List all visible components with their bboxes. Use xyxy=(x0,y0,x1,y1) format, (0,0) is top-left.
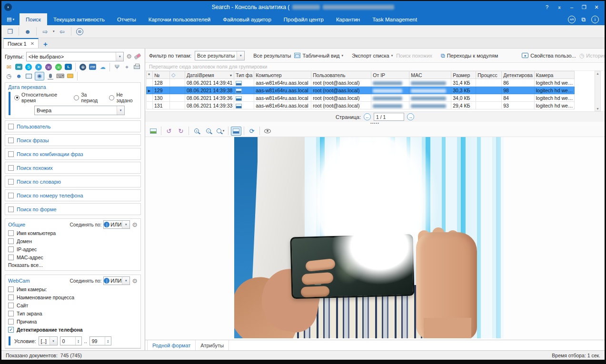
chevron-down-icon[interactable]: ▾ xyxy=(122,277,129,285)
chevron-down-icon[interactable]: ▾ xyxy=(122,221,129,228)
col-detected[interactable]: Детектирова xyxy=(502,71,535,79)
chevron-down-icon[interactable]: ▾ xyxy=(117,106,124,115)
im-icon[interactable]: IM xyxy=(15,63,23,70)
table-row[interactable]: 130 08.06.2021 14:39:36 aas-w81x64ru.aas… xyxy=(147,94,575,102)
table-row[interactable]: 131 08.06.2021 14:39:33 aas-w81x64ru.aas… xyxy=(147,102,575,109)
http-icon[interactable]: ⊕ xyxy=(79,63,87,70)
chevron-down-icon[interactable]: ▾ xyxy=(116,52,123,61)
webcam-join-select[interactable]: ❘ ИЛИ ▾ xyxy=(103,276,130,285)
splitter-grip[interactable]: ••••• xyxy=(145,122,605,125)
table-row[interactable]: 128 08.06.2021 14:39:41 aas-w81x64ru.aas… xyxy=(147,79,575,87)
next-page-icon[interactable]: → xyxy=(407,113,414,120)
checkbox[interactable] xyxy=(8,138,14,143)
common-item-ip[interactable]: IP-адрес xyxy=(8,245,138,253)
import-query-icon[interactable]: ⇦ xyxy=(57,27,68,36)
tab-reports[interactable]: Отчеты xyxy=(111,13,142,25)
collapse-ribbon-button[interactable]: ⌅ xyxy=(554,3,565,11)
close-tab-icon[interactable]: ✕ xyxy=(30,41,34,46)
col-filetype[interactable]: Тип фа xyxy=(234,71,254,79)
info-icon[interactable]: i xyxy=(591,16,599,23)
new-window-icon[interactable]: ❐ xyxy=(4,27,16,36)
type-filter-select[interactable]: Все результаты ▾ xyxy=(195,51,245,60)
filter-phone-number[interactable]: Поиск по номеру телефона xyxy=(5,189,141,201)
spinner-arrows-icon[interactable]: ▴▾ xyxy=(105,337,111,345)
col-mac[interactable]: MAC xyxy=(409,71,451,79)
user-activity-icon[interactable]: ☻ xyxy=(15,72,23,79)
scroll-up-icon[interactable]: ▲ xyxy=(596,72,599,75)
microphone-icon[interactable] xyxy=(46,72,54,79)
radio-period[interactable] xyxy=(74,95,79,100)
user-search-icon[interactable]: ☻ xyxy=(22,27,33,36)
checkbox[interactable] xyxy=(8,246,14,252)
zoom-out-icon[interactable]: − xyxy=(203,127,214,136)
condition-from-spinner[interactable]: 0 ▴▾ xyxy=(60,336,82,345)
device-search-icon[interactable]: ⌖ xyxy=(123,63,131,70)
checkbox[interactable] xyxy=(8,207,14,212)
add-tab-button[interactable]: + xyxy=(39,40,52,48)
restore-button[interactable]: ❐ xyxy=(579,3,589,11)
webcam-item-site[interactable]: Сайт xyxy=(8,301,138,309)
page-input[interactable]: 1 / 1 xyxy=(374,113,404,121)
common-item-domain[interactable]: Домен xyxy=(8,237,138,245)
checkbox[interactable] xyxy=(8,165,14,171)
filter-form[interactable]: Поиск по форме xyxy=(5,203,141,215)
table-row-selected[interactable]: ▸129 08.06.2021 14:39:38 aas-w81x64ru.aa… xyxy=(147,87,575,94)
checkbox[interactable] xyxy=(8,193,14,198)
whatsapp-icon[interactable]: ☏ xyxy=(55,63,63,70)
checkbox[interactable] xyxy=(8,311,14,316)
monitoring-icon[interactable] xyxy=(25,72,33,79)
scroll-down-icon[interactable]: ▼ xyxy=(596,107,599,110)
go-to-modules-button[interactable]: ⧉Переходы к модулям xyxy=(441,52,498,59)
chevron-down-icon[interactable]: ▾ xyxy=(50,337,57,345)
tab-native-format[interactable]: Родной формат xyxy=(147,340,196,350)
deploy-icon[interactable]: ⧉ xyxy=(581,16,586,23)
id-search-icon[interactable]: ID xyxy=(74,27,86,36)
webcam-icon[interactable]: ◉ xyxy=(35,72,44,80)
telegram-icon[interactable]: ➤ xyxy=(35,63,43,70)
webcam-item-process-name[interactable]: Наименование процесса xyxy=(8,293,138,301)
webcam-item-screen-type[interactable]: Тип экрана xyxy=(8,309,138,317)
col-from-ip[interactable]: От IP xyxy=(371,71,409,79)
zoom-select-icon[interactable]: ▾ xyxy=(215,127,226,136)
condition-to-spinner[interactable]: 99 ▴▾ xyxy=(89,336,111,345)
show-all-link[interactable]: Показать все... xyxy=(8,262,138,268)
checkbox[interactable] xyxy=(8,255,14,260)
filter-phrase-combination[interactable]: Поиск по комбинации фраз xyxy=(5,148,141,160)
tab-file-auditor[interactable]: Файловый аудитор xyxy=(217,13,278,25)
tab-task-management[interactable]: Task Management xyxy=(366,13,423,25)
webcam-settings-icon[interactable]: ⚙ xyxy=(132,277,138,285)
groups-select[interactable]: <Не выбрано> ▾ xyxy=(26,52,124,61)
export-query-icon[interactable]: ⇨ xyxy=(40,27,51,36)
export-query-caret-icon[interactable]: ▾ xyxy=(53,30,55,33)
search-tab-1[interactable]: Поиск 1 ✕ xyxy=(3,38,39,48)
col-camera[interactable]: Камера xyxy=(534,71,575,79)
table-scrollbar[interactable]: ▲ ▼ xyxy=(595,71,601,111)
checkbox[interactable] xyxy=(8,295,14,300)
printer-icon[interactable] xyxy=(133,63,141,70)
close-button[interactable]: ✕ xyxy=(591,3,602,11)
api-icon[interactable]: API xyxy=(568,16,576,23)
condition-operator-select[interactable]: [..] ▾ xyxy=(39,336,58,345)
usb-icon[interactable]: Ψ xyxy=(113,63,121,70)
webcam-item-reason[interactable]: Причина xyxy=(8,317,138,325)
lync-icon[interactable]: L xyxy=(65,63,73,70)
checkbox[interactable] xyxy=(8,124,14,129)
export-list-button[interactable]: Экспорт списка▾ xyxy=(352,53,393,59)
all-results-button[interactable]: Все результаты xyxy=(253,53,291,59)
relative-period-select[interactable]: Вчера ▾ xyxy=(34,106,125,115)
common-join-select[interactable]: ❘ ИЛИ ▾ xyxy=(103,220,130,229)
tab-current-activity[interactable]: Текущая активность xyxy=(47,13,111,25)
auto-refresh-icon[interactable]: ⟳ xyxy=(247,127,257,136)
groups-settings-icon[interactable]: ⚙ xyxy=(126,53,132,60)
rotate-right-icon[interactable]: ↻ xyxy=(176,127,186,136)
col-datetime[interactable]: Дата\Время▼ xyxy=(185,71,234,79)
common-settings-icon[interactable]: ⚙ xyxy=(132,221,138,228)
webcam-item-camera-name[interactable]: Имя камеры: xyxy=(8,285,138,293)
checkbox[interactable] xyxy=(8,238,14,244)
export-image-icon[interactable] xyxy=(148,127,159,136)
checkbox[interactable] xyxy=(8,286,14,292)
tab-attributes[interactable]: Атрибуты xyxy=(196,340,229,350)
main-menu-button[interactable]: ▤▾ xyxy=(1,13,20,25)
user-properties-button[interactable]: ☻Свойства пользо... xyxy=(522,53,576,59)
clear-groups-icon[interactable] xyxy=(134,53,141,60)
